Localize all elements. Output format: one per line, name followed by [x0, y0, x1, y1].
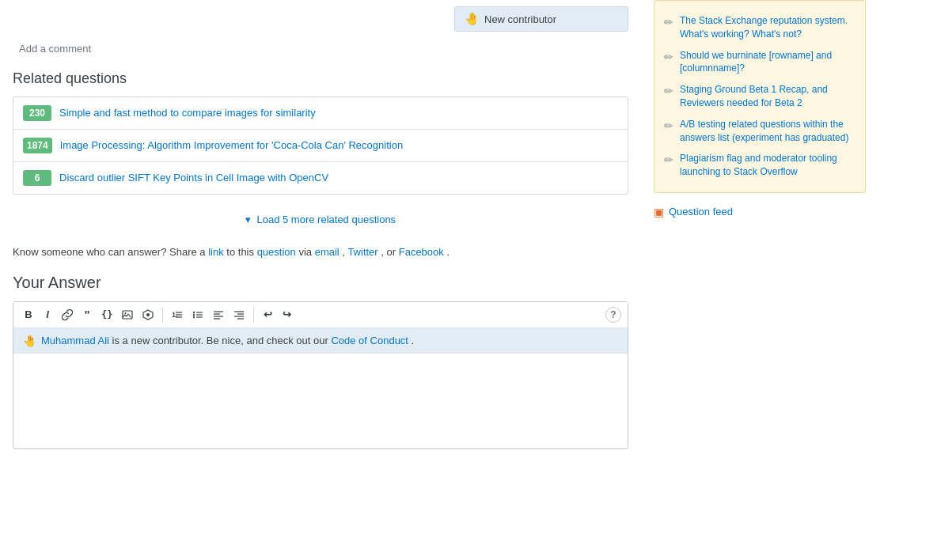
align-right-button[interactable]	[230, 305, 248, 324]
svg-point-1	[125, 312, 127, 314]
wave-icon: 🤚	[465, 12, 480, 26]
related-item[interactable]: 6 Discard outlier SIFT Key Points in Cel…	[13, 162, 628, 194]
related-item-link-1[interactable]: Image Processing: Algorithm Improvement …	[60, 138, 403, 153]
stack-snippet-button[interactable]	[138, 305, 157, 324]
link-button[interactable]	[58, 305, 77, 324]
new-contributor-label: New contributor	[484, 13, 556, 25]
share-link[interactable]: link	[208, 246, 226, 258]
add-comment-link[interactable]: Add a comment	[13, 43, 91, 55]
svg-point-8	[193, 312, 195, 313]
toolbar-divider-1	[162, 307, 163, 323]
svg-point-10	[193, 316, 195, 318]
vote-badge-2: 6	[23, 170, 51, 186]
twitter-link[interactable]: Twitter	[347, 246, 381, 258]
unordered-list-button[interactable]	[188, 305, 207, 324]
meta-item-1[interactable]: ✏ Should we burninate [rowname] and [col…	[664, 45, 855, 80]
meta-item-3[interactable]: ✏ A/B testing related questions within t…	[664, 114, 855, 149]
pencil-icon-0: ✏	[664, 15, 673, 31]
blockquote-button[interactable]: "	[78, 305, 96, 324]
redo-button[interactable]: ↪	[278, 305, 295, 324]
pencil-icon-2: ✏	[664, 84, 673, 100]
contributor-name-link[interactable]: Muhammad Ali	[41, 335, 109, 346]
chevron-down-icon: ▾	[245, 214, 251, 225]
pencil-icon-4: ✏	[664, 153, 673, 168]
code-button[interactable]: {}	[97, 305, 116, 324]
related-item[interactable]: 230 Simple and fast method to compare im…	[13, 97, 628, 130]
email-link[interactable]: email	[315, 246, 343, 258]
editor-toolbar: B I " {}	[13, 302, 628, 328]
answer-editor: B I " {}	[13, 301, 628, 449]
meta-item-4[interactable]: ✏ Plagiarism flag and moderator tooling …	[664, 148, 855, 183]
meta-item-0[interactable]: ✏ The Stack Exchange reputation system. …	[664, 10, 855, 45]
question-feed-link[interactable]: ▣ Question feed	[654, 206, 866, 218]
svg-point-9	[193, 314, 195, 316]
vote-badge-1: 1874	[23, 138, 52, 153]
answer-input[interactable]	[13, 354, 628, 448]
help-button[interactable]: ?	[605, 307, 621, 323]
load-more-button[interactable]: ▾ Load 5 more related questions	[13, 207, 628, 229]
code-of-conduct-link[interactable]: Code of Conduct	[331, 335, 408, 346]
vote-badge-0: 230	[23, 105, 51, 121]
italic-button[interactable]: I	[39, 305, 56, 324]
related-item[interactable]: 1874 Image Processing: Algorithm Improve…	[13, 130, 628, 162]
editor-new-contributor-notice: 🤚 Muhammad Ali is a new contributor. Be …	[13, 328, 628, 354]
pencil-icon-1: ✏	[664, 50, 673, 66]
meta-sidebar: ✏ The Stack Exchange reputation system. …	[654, 0, 866, 193]
toolbar-divider-2	[253, 307, 254, 323]
related-item-link-2[interactable]: Discard outlier SIFT Key Points in Cell …	[59, 171, 328, 185]
meta-item-2[interactable]: ✏ Staging Ground Beta 1 Recap, and Revie…	[664, 79, 855, 114]
wave-icon-editor: 🤚	[23, 335, 36, 347]
ordered-list-button[interactable]: 1.	[168, 305, 187, 324]
question-link[interactable]: question	[257, 246, 299, 258]
related-questions-title: Related questions	[13, 70, 628, 87]
undo-button[interactable]: ↩	[259, 305, 276, 324]
sidebar: ✏ The Stack Exchange reputation system. …	[641, 0, 878, 462]
related-item-link-0[interactable]: Simple and fast method to compare images…	[59, 106, 316, 120]
svg-point-3	[146, 313, 150, 316]
rss-icon: ▣	[654, 206, 664, 218]
contributor-notice-text: is a new contributor. Be nice, and check…	[112, 335, 328, 346]
your-answer-title: Your Answer	[13, 274, 628, 292]
related-questions-box: 230 Simple and fast method to compare im…	[13, 96, 628, 195]
facebook-link[interactable]: Facebook	[399, 246, 447, 258]
align-left-button[interactable]	[209, 305, 228, 324]
bold-button[interactable]: B	[20, 305, 37, 324]
share-section: Know someone who can answer? Share a lin…	[13, 244, 628, 261]
image-button[interactable]	[118, 305, 137, 324]
new-contributor-banner: 🤚 New contributor	[454, 6, 628, 32]
pencil-icon-3: ✏	[664, 119, 673, 134]
